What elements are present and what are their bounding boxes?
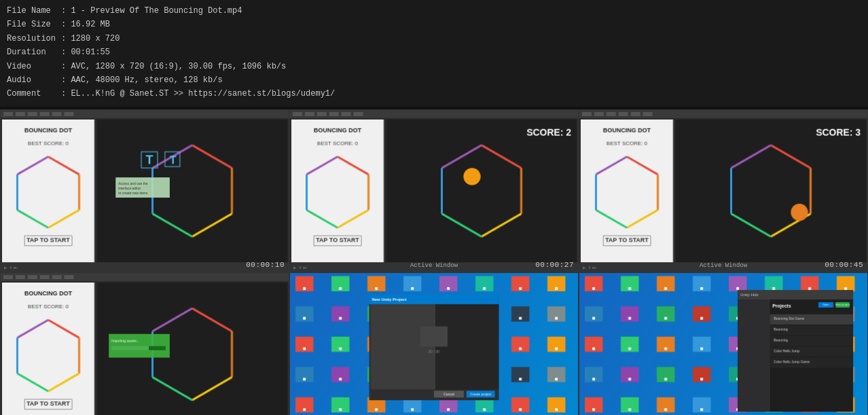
filesize-label: File Size	[7, 18, 61, 31]
duration-value: : 00:01:55	[61, 46, 110, 59]
comment-label: Comment	[7, 87, 61, 101]
thumb-canvas-1	[1, 110, 289, 272]
metadata-section: File Name : 1 - Preview Of The Bouncing …	[0, 0, 868, 107]
timestamp-2: 00:00:27	[535, 261, 574, 269]
comment-value: : EL...K!nG @ Sanet.ST >> https://sanet.…	[61, 87, 335, 101]
video-label: Video	[7, 60, 61, 73]
resolution-row: Resolution : 1280 x 720	[7, 32, 861, 46]
filename-label: File Name	[7, 4, 61, 18]
thumb-canvas-4	[1, 273, 289, 415]
duration-label: Duration	[7, 46, 61, 59]
thumbnail-4: Active Window 00:01:02	[0, 272, 289, 415]
thumb-canvas-5	[290, 273, 578, 415]
thumbnails-row-1: 00:00:10 Active Window 00:00:27 Active W…	[0, 109, 868, 273]
thumbnails-row-2: Active Window 00:01:02 Active Window 00:…	[0, 272, 868, 415]
thumbnails-container: 00:00:10 Active Window 00:00:27 Active W…	[0, 107, 868, 415]
resolution-label: Resolution	[7, 32, 61, 46]
video-row: Video : AVC, 1280 x 720 (16:9), 30.00 fp…	[7, 60, 861, 73]
audio-value: : AAC, 48000 Hz, stereo, 128 kb/s	[61, 73, 223, 87]
thumb-canvas-2	[290, 110, 578, 272]
timestamp-3: 00:00:45	[825, 261, 863, 269]
thumbnail-2: Active Window 00:00:27	[289, 109, 579, 273]
active-window-2: Active Window	[410, 262, 458, 269]
active-window-3: Active Window	[700, 262, 747, 269]
filename-value: : 1 - Preview Of The Bouncing Dot.mp4	[61, 4, 242, 18]
filename-row: File Name : 1 - Preview Of The Bouncing …	[7, 4, 861, 18]
thumbnail-5: Active Window 00:01:20	[289, 272, 579, 415]
thumbnail-1: 00:00:10	[0, 109, 289, 273]
video-value: : AVC, 1280 x 720 (16:9), 30.00 fps, 109…	[61, 60, 286, 73]
filesize-value: : 16.92 MB	[61, 18, 110, 31]
duration-row: Duration : 00:01:55	[7, 46, 861, 59]
resolution-value: : 1280 x 720	[61, 32, 120, 46]
audio-row: Audio : AAC, 48000 Hz, stereo, 128 kb/s	[7, 73, 861, 87]
timestamp-1: 00:00:10	[246, 261, 285, 269]
thumb-canvas-3	[579, 110, 867, 272]
filesize-row: File Size : 16.92 MB	[7, 18, 861, 31]
comment-row: Comment : EL...K!nG @ Sanet.ST >> https:…	[7, 87, 861, 101]
thumbnail-6: Active Window 00:01:37	[579, 272, 868, 415]
audio-label: Audio	[7, 73, 61, 87]
thumbnail-3: Active Window 00:00:45	[579, 109, 868, 273]
thumb-canvas-6	[579, 273, 867, 415]
